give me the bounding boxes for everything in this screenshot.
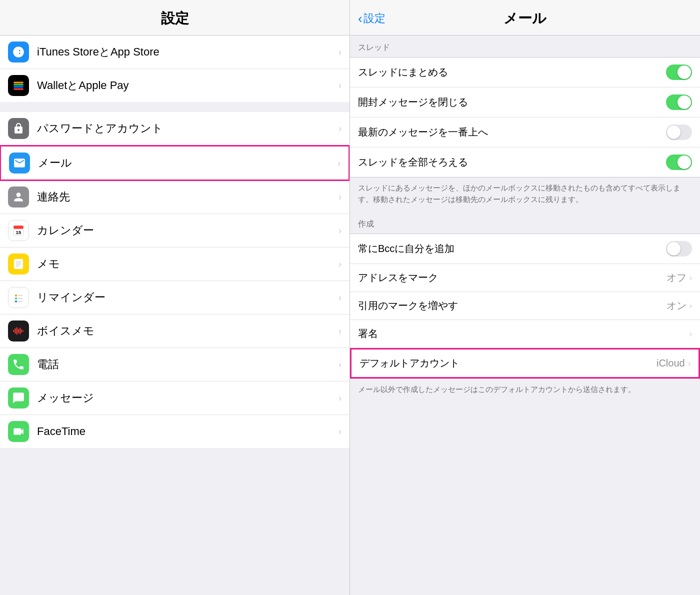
row-increase-quote[interactable]: 引用のマークを増やす オン ›: [350, 292, 700, 320]
complete-thread-toggle[interactable]: [666, 154, 692, 170]
mail-icon: [9, 152, 30, 174]
phone-label: 電話: [37, 357, 338, 372]
password-label: パスワードとアカウント: [37, 121, 338, 136]
messages-label: メッセージ: [37, 390, 338, 406]
svg-text:A: A: [14, 50, 18, 56]
compose-section-header: 作成: [350, 212, 700, 234]
row-appstore[interactable]: A iTunes StoreとApp Store ›: [0, 36, 350, 69]
reminders-icon: [8, 287, 29, 308]
right-content: スレッド スレッドにまとめる 開封メッセージを閉じる 最新のメッセージを一番上へ: [350, 36, 700, 595]
svg-rect-22: [20, 328, 20, 334]
row-newest-top[interactable]: 最新のメッセージを一番上へ: [350, 118, 700, 148]
row-close-open[interactable]: 開封メッセージを閉じる: [350, 88, 700, 118]
row-signature[interactable]: 署名 ›: [350, 320, 700, 348]
close-open-toggle[interactable]: [666, 94, 692, 110]
default-account-label: デフォルトアカウント: [360, 356, 656, 370]
row-complete-thread[interactable]: スレッドを全部そろえる: [350, 148, 700, 177]
contacts-label: 連絡先: [37, 190, 338, 204]
reminders-label: リマインダー: [37, 290, 338, 305]
messages-icon: [8, 388, 29, 408]
compose-description: メール以外で作成したメッセージはこのデフォルトアカウントから送信されます。: [350, 379, 700, 402]
right-panel: ‹ 設定 メール スレッド スレッドにまとめる 開封メッセージを閉じる: [350, 0, 700, 595]
row-voicememo[interactable]: ボイスメモ ›: [0, 314, 350, 348]
row-wallet[interactable]: WalletとApple Pay ›: [0, 69, 350, 102]
calendar-label: カレンダー: [37, 223, 338, 238]
voicememo-label: ボイスメモ: [37, 324, 338, 338]
row-mark-address[interactable]: アドレスをマーク オフ ›: [350, 264, 700, 292]
row-mail[interactable]: メール ›: [0, 145, 350, 181]
increase-quote-label: 引用のマークを増やす: [358, 299, 666, 312]
increase-quote-value: オン: [666, 299, 686, 312]
facetime-icon: [8, 421, 29, 442]
thread-group-toggle[interactable]: [666, 64, 692, 80]
compose-section: 常にBccに自分を追加 アドレスをマーク オフ › 引用のマークを増やす オン …: [350, 234, 700, 379]
toggle-thumb-4: [678, 156, 691, 169]
svg-point-14: [15, 300, 17, 302]
phone-icon: [8, 354, 29, 375]
row-notes[interactable]: メモ ›: [0, 248, 350, 281]
right-title: メール: [504, 9, 546, 28]
wallet-icon: [8, 75, 29, 96]
mail-label: メール: [38, 156, 338, 170]
row-default-account[interactable]: デフォルトアカウント iCloud ›: [350, 348, 700, 378]
toggle-thumb-3: [667, 126, 680, 139]
signature-chevron: ›: [690, 330, 692, 338]
back-chevron-icon: ‹: [358, 11, 362, 26]
notes-icon: [8, 254, 29, 274]
row-contacts[interactable]: 連絡先 ›: [0, 180, 350, 214]
svg-rect-24: [23, 330, 24, 332]
section-apps: パスワードとアカウント › メール ›: [0, 112, 350, 448]
voicememo-icon: [8, 320, 29, 342]
thread-group-label: スレッドにまとめる: [358, 66, 666, 79]
svg-rect-4: [14, 88, 24, 90]
row-calendar[interactable]: 15 カレンダー ›: [0, 214, 350, 248]
calendar-icon: 15: [8, 220, 29, 241]
close-open-label: 開封メッセージを閉じる: [358, 96, 666, 109]
row-phone[interactable]: 電話 ›: [0, 348, 350, 382]
newest-top-toggle[interactable]: [666, 124, 692, 140]
row-reminders[interactable]: リマインダー ›: [0, 281, 350, 314]
thread-description: スレッドにあるメッセージを、ほかのメールボックスに移動されたものも含めてすべて表…: [350, 178, 700, 212]
settings-list: A iTunes StoreとApp Store › WalletとApple …: [0, 36, 350, 595]
thread-section-header: スレッド: [350, 36, 700, 57]
password-icon: [8, 118, 29, 139]
mark-address-label: アドレスをマーク: [358, 271, 666, 284]
increase-quote-chevron: ›: [690, 302, 692, 310]
notes-label: メモ: [37, 256, 338, 272]
always-bcc-toggle[interactable]: [666, 241, 692, 256]
row-password[interactable]: パスワードとアカウント ›: [0, 112, 350, 146]
row-thread-group[interactable]: スレッドにまとめる: [350, 58, 700, 88]
newest-top-label: 最新のメッセージを一番上へ: [358, 126, 666, 139]
svg-rect-23: [21, 330, 22, 333]
toggle-thumb-5: [667, 242, 680, 256]
complete-thread-label: スレッドを全部そろえる: [358, 156, 666, 169]
row-facetime[interactable]: FaceTime ›: [0, 415, 350, 448]
always-bcc-label: 常にBccに自分を追加: [358, 242, 666, 256]
default-account-value: iCloud: [656, 358, 685, 369]
appstore-icon: A: [8, 42, 29, 62]
back-label: 設定: [364, 11, 386, 26]
svg-rect-2: [14, 84, 24, 86]
svg-rect-6: [14, 226, 24, 229]
svg-point-12: [15, 294, 17, 296]
svg-rect-20: [16, 327, 18, 334]
toggle-thumb-2: [678, 96, 691, 109]
facetime-label: FaceTime: [37, 425, 338, 438]
contacts-icon: [8, 186, 29, 208]
row-always-bcc[interactable]: 常にBccに自分を追加: [350, 234, 700, 264]
mark-address-value: オフ: [666, 271, 686, 284]
row-messages[interactable]: メッセージ ›: [0, 382, 350, 415]
back-button[interactable]: ‹ 設定: [358, 11, 386, 26]
signature-label: 署名: [358, 327, 690, 340]
wallet-chevron: ›: [338, 80, 342, 91]
wallet-label: WalletとApple Pay: [37, 78, 338, 93]
appstore-chevron: ›: [338, 47, 342, 58]
right-header: ‹ 設定 メール: [350, 0, 700, 36]
svg-text:15: 15: [16, 230, 22, 235]
thread-section: スレッドにまとめる 開封メッセージを閉じる 最新のメッセージを一番上へ: [350, 57, 700, 178]
left-header: 設定: [0, 0, 350, 36]
section-top: A iTunes StoreとApp Store › WalletとApple …: [0, 36, 350, 102]
svg-point-13: [15, 298, 17, 300]
svg-rect-18: [13, 330, 14, 332]
toggle-thumb: [678, 66, 691, 79]
